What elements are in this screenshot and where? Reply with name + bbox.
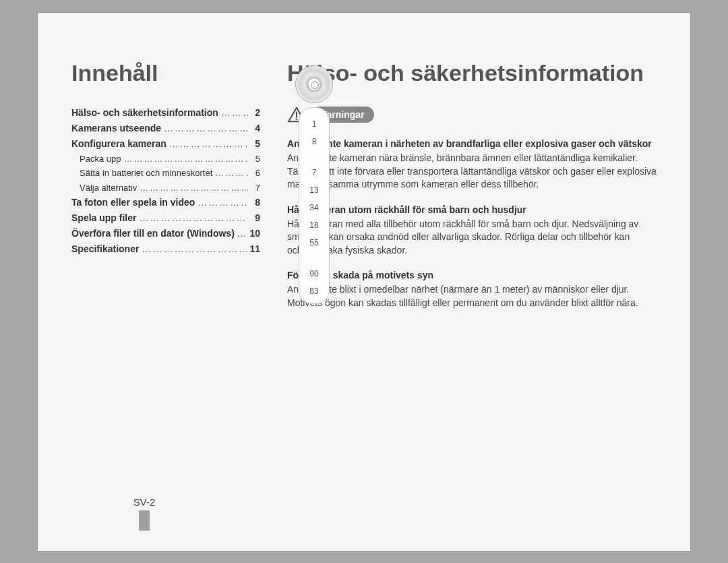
toc-leader-dots: ………………………………………………………… [195, 196, 248, 209]
block-text: Använd inte kameran nära bränsle, brännb… [287, 152, 657, 191]
page-number: SV-2 [133, 496, 156, 508]
toc-entry-page: 5 [248, 153, 260, 165]
block-text: Håll kameran med alla tillbehör utom räc… [287, 218, 657, 258]
scroll-tick: 55 [309, 239, 318, 247]
block-heading: Håll kameran utom räckhåll för små barn … [287, 204, 657, 216]
footer-bar [139, 510, 150, 531]
toc-leader-dots: ………………………………………………………… [212, 167, 248, 179]
block-text: Använd inte blixt i omedelbar närhet (nä… [287, 283, 657, 309]
toc-list: Hälso- och säkerhetsinformation………………………… [71, 107, 260, 256]
warning-banner: Varningar [287, 107, 657, 123]
toc-entry-page: 5 [248, 138, 260, 150]
scroll-tick: 90 [309, 270, 318, 278]
manual-page: Innehåll Hälso- och säkerhetsinformation… [37, 12, 691, 552]
content-block: Använd inte kameran i närheten av brandf… [287, 138, 657, 191]
toc-leader-dots: ………………………………………………………… [235, 227, 248, 240]
toc-entry-label: Packa upp [80, 153, 121, 165]
toc-leader-dots: ………………………………………………………… [136, 212, 248, 225]
scroll-tick: 13 [309, 186, 318, 194]
toc-leader-dots: ………………………………………………………… [161, 122, 248, 135]
toc-leader-dots: ………………………………………………………… [137, 182, 248, 194]
toc-entry-page: 6 [248, 167, 260, 179]
toc-leader-dots: ………………………………………………………… [218, 107, 248, 119]
scroll-tick: 1 [312, 120, 317, 128]
toc-entry-page: 2 [248, 107, 260, 119]
toc-leader-dots: ………………………………………………………… [139, 243, 248, 256]
toc-entry-label: Kamerans utseende [71, 122, 161, 135]
toc-title: Innehåll [71, 60, 260, 86]
toc-entry-page: 4 [248, 122, 260, 135]
content-block: Håll kameran utom räckhåll för små barn … [287, 204, 657, 258]
block-heading: Förebygg skada på motivets syn [287, 269, 657, 282]
toc-leader-dots: ………………………………………………………… [121, 153, 248, 165]
toc-entry[interactable]: Välja alternativ…………………………………………………………7 [71, 182, 260, 194]
toc-entry-label: Spela upp filer [71, 212, 136, 225]
scroll-tick: 8 [312, 138, 317, 146]
toc-entry-label: Hälso- och säkerhetsinformation [71, 107, 218, 119]
toc-entry-label: Konfigurera kameran [71, 138, 166, 150]
scroll-tick: 18 [309, 221, 318, 229]
scroll-tick: 83 [309, 287, 318, 295]
toc-entry-page: 10 [248, 227, 260, 240]
scroll-tick: 7 [312, 169, 317, 177]
toc-entry-page: 8 [248, 196, 260, 209]
toc-entry-label: Sätta in batteriet och minneskortet [80, 167, 212, 179]
scroll-tick: 34 [309, 204, 318, 212]
toc-entry[interactable]: Specifikationer…………………………………………………………11 [71, 243, 260, 256]
toc-column: Innehåll Hälso- och säkerhetsinformation… [71, 60, 260, 537]
toc-entry[interactable]: Sätta in batteriet och minneskortet……………… [71, 167, 260, 179]
toc-entry-label: Ta foton eller spela in video [71, 196, 195, 209]
toc-entry-page: 7 [248, 182, 260, 194]
toc-entry[interactable]: Överföra filer till en dator (Windows)……… [71, 227, 260, 240]
toc-entry-page: 9 [248, 212, 260, 225]
toc-entry[interactable]: Kamerans utseende…………………………………………………………4 [71, 122, 260, 135]
toc-entry-label: Överföra filer till en dator (Windows) [71, 227, 235, 240]
toc-entry-page: 11 [248, 243, 260, 256]
toc-entry[interactable]: Packa upp…………………………………………………………5 [71, 153, 260, 165]
content-column: Hälso- och säkerhetsinformation Varninga… [287, 60, 657, 537]
toc-leader-dots: ………………………………………………………… [166, 138, 248, 150]
content-title: Hälso- och säkerhetsinformation [287, 60, 657, 86]
toc-entry-label: Specifikationer [71, 243, 139, 256]
block-heading: Använd inte kameran i närheten av brandf… [287, 138, 657, 150]
cd-icon [295, 65, 333, 103]
toc-entry[interactable]: Konfigurera kameran………………………………………………………… [71, 138, 260, 150]
content-block: Förebygg skada på motivets synAnvänd int… [287, 269, 657, 309]
toc-entry[interactable]: Spela upp filer…………………………………………………………9 [71, 212, 260, 225]
toc-entry[interactable]: Ta foton eller spela in video……………………………… [71, 196, 260, 209]
page-footer: SV-2 [104, 496, 185, 531]
content-blocks: Använd inte kameran i närheten av brandf… [287, 138, 657, 309]
toc-entry[interactable]: Hälso- och säkerhetsinformation………………………… [71, 107, 260, 119]
toc-entry-label: Välja alternativ [80, 182, 137, 194]
cd-scroll-widget: 187133418559083 [287, 65, 341, 304]
scroll-track[interactable]: 187133418559083 [299, 107, 330, 304]
